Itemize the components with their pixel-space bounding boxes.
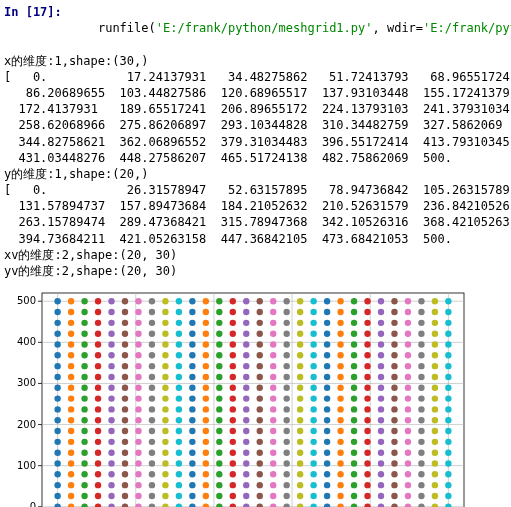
svg-point-461 bbox=[351, 417, 357, 423]
svg-point-467 bbox=[351, 352, 357, 358]
svg-point-458 bbox=[351, 450, 357, 456]
svg-point-195 bbox=[176, 482, 182, 488]
svg-point-44 bbox=[68, 385, 74, 391]
svg-point-527 bbox=[391, 352, 397, 358]
svg-point-424 bbox=[324, 385, 330, 391]
svg-point-569 bbox=[418, 331, 424, 337]
svg-point-151 bbox=[135, 309, 141, 315]
svg-point-223 bbox=[189, 396, 195, 402]
svg-point-50 bbox=[68, 320, 74, 326]
svg-point-24 bbox=[54, 385, 60, 391]
svg-point-505 bbox=[378, 374, 384, 380]
svg-point-509 bbox=[378, 331, 384, 337]
svg-point-444 bbox=[337, 385, 343, 391]
svg-point-244 bbox=[203, 385, 209, 391]
svg-point-168 bbox=[149, 341, 155, 347]
svg-point-308 bbox=[243, 341, 249, 347]
svg-point-250 bbox=[203, 320, 209, 326]
svg-point-125 bbox=[122, 374, 128, 380]
svg-point-532 bbox=[391, 298, 397, 304]
svg-point-428 bbox=[324, 341, 330, 347]
svg-point-182 bbox=[162, 406, 168, 412]
svg-point-608 bbox=[445, 341, 451, 347]
svg-point-329 bbox=[257, 331, 263, 337]
svg-point-270 bbox=[216, 320, 222, 326]
svg-point-169 bbox=[149, 331, 155, 337]
svg-point-126 bbox=[122, 363, 128, 369]
svg-point-224 bbox=[189, 385, 195, 391]
svg-point-104 bbox=[108, 385, 114, 391]
svg-point-376 bbox=[297, 471, 303, 477]
svg-point-585 bbox=[432, 374, 438, 380]
svg-point-462 bbox=[351, 406, 357, 412]
svg-point-362 bbox=[283, 406, 289, 412]
svg-point-419 bbox=[324, 439, 330, 445]
svg-point-405 bbox=[310, 374, 316, 380]
svg-point-301 bbox=[243, 417, 249, 423]
svg-point-491 bbox=[364, 309, 370, 315]
svg-point-28 bbox=[54, 341, 60, 347]
svg-rect-0 bbox=[42, 293, 464, 507]
svg-point-302 bbox=[243, 406, 249, 412]
svg-point-312 bbox=[243, 298, 249, 304]
svg-point-407 bbox=[310, 352, 316, 358]
svg-point-256 bbox=[216, 471, 222, 477]
svg-point-499 bbox=[378, 439, 384, 445]
svg-point-496 bbox=[378, 471, 384, 477]
svg-point-574 bbox=[432, 493, 438, 499]
svg-text:300: 300 bbox=[17, 378, 36, 389]
svg-point-506 bbox=[378, 363, 384, 369]
svg-point-368 bbox=[283, 341, 289, 347]
svg-point-315 bbox=[257, 482, 263, 488]
svg-point-102 bbox=[108, 406, 114, 412]
svg-point-310 bbox=[243, 320, 249, 326]
svg-point-185 bbox=[162, 374, 168, 380]
svg-point-357 bbox=[283, 460, 289, 466]
svg-point-392 bbox=[297, 298, 303, 304]
svg-point-504 bbox=[378, 385, 384, 391]
svg-point-306 bbox=[243, 363, 249, 369]
svg-point-140 bbox=[135, 428, 141, 434]
svg-point-174 bbox=[162, 493, 168, 499]
svg-point-610 bbox=[445, 320, 451, 326]
string-arg-1: 'E:/frank/python/meshgrid1.py' bbox=[156, 21, 373, 35]
svg-point-603 bbox=[445, 396, 451, 402]
svg-point-604 bbox=[445, 385, 451, 391]
svg-point-152 bbox=[135, 298, 141, 304]
svg-point-206 bbox=[176, 363, 182, 369]
svg-point-135 bbox=[135, 482, 141, 488]
svg-point-27 bbox=[54, 352, 60, 358]
svg-point-249 bbox=[203, 331, 209, 337]
svg-point-383 bbox=[297, 396, 303, 402]
svg-point-377 bbox=[297, 460, 303, 466]
svg-point-490 bbox=[364, 320, 370, 326]
svg-point-164 bbox=[149, 385, 155, 391]
svg-point-262 bbox=[216, 406, 222, 412]
svg-point-522 bbox=[391, 406, 397, 412]
svg-point-265 bbox=[216, 374, 222, 380]
svg-point-107 bbox=[108, 352, 114, 358]
svg-point-460 bbox=[351, 428, 357, 434]
svg-point-276 bbox=[230, 471, 236, 477]
svg-point-503 bbox=[378, 396, 384, 402]
svg-point-524 bbox=[391, 385, 397, 391]
svg-point-271 bbox=[216, 309, 222, 315]
svg-point-436 bbox=[337, 471, 343, 477]
svg-point-269 bbox=[216, 331, 222, 337]
svg-point-179 bbox=[162, 439, 168, 445]
svg-point-110 bbox=[108, 320, 114, 326]
svg-point-170 bbox=[149, 320, 155, 326]
svg-point-197 bbox=[176, 460, 182, 466]
svg-point-55 bbox=[81, 482, 87, 488]
svg-point-186 bbox=[162, 363, 168, 369]
svg-point-236 bbox=[203, 471, 209, 477]
svg-point-119 bbox=[122, 439, 128, 445]
svg-point-215 bbox=[189, 482, 195, 488]
svg-point-571 bbox=[418, 309, 424, 315]
svg-point-343 bbox=[270, 396, 276, 402]
svg-point-144 bbox=[135, 385, 141, 391]
svg-point-338 bbox=[270, 450, 276, 456]
svg-point-58 bbox=[81, 450, 87, 456]
svg-point-159 bbox=[149, 439, 155, 445]
svg-point-217 bbox=[189, 460, 195, 466]
